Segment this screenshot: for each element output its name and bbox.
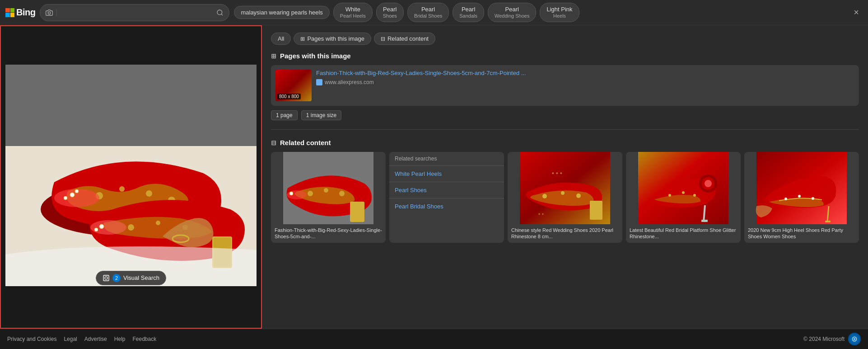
tab-related[interactable]: ⊟ Related content (374, 33, 435, 45)
chip-line2-3: Bridal Shoes (414, 13, 442, 19)
page-card: 800 x 800 Fashion-Thick-with-Big-Red-Sex… (271, 65, 859, 106)
related-section-title: Related content (280, 139, 331, 146)
chip-line2-2: Shoes (383, 13, 397, 19)
search-bar (40, 4, 229, 21)
left-panel: 2 Visual Search (0, 25, 262, 329)
cortana-button[interactable] (848, 333, 861, 345)
chip-pearl-wedding-shoes[interactable]: Pearl Wedding Shoes (488, 3, 536, 22)
svg-point-46 (705, 180, 712, 187)
badge-1-image-size[interactable]: 1 image size (301, 110, 341, 120)
search-sugg-pearl-shoes[interactable]: Pearl Shoes (389, 182, 504, 198)
related-card-4-title: Latest Beautiful Red Bridal Platform Sho… (626, 224, 741, 243)
chip-pearl-shoes[interactable]: Pearl Shoes (376, 3, 404, 22)
microsoft-grid-icon (5, 8, 14, 17)
related-card-1-image (271, 152, 386, 224)
svg-point-57 (812, 197, 814, 200)
related-searches-card: Related searches White Pearl Heels Pearl… (389, 152, 504, 243)
pages-icon: ⊞ (300, 36, 305, 42)
related-card-3-title: Chinese style Red Wedding Shoes 2020 Pea… (508, 224, 622, 243)
page-source: www.aliexpress.com (316, 79, 854, 85)
visual-search-label: Visual Search (123, 274, 159, 281)
svg-point-39 (576, 193, 581, 198)
chip-line1-4: Pearl (462, 6, 475, 13)
related-card-4[interactable]: Latest Beautiful Red Bridal Platform Sho… (626, 152, 741, 243)
chip-line1-3: Pearl (421, 6, 435, 13)
tab-related-label: Related content (387, 35, 429, 42)
chip-line2-6: Heels (553, 13, 566, 19)
bing-logo[interactable]: Bing (5, 7, 35, 18)
svg-point-1 (217, 10, 222, 15)
suggestion-chips: malaysian wearing pearls heels White Pea… (234, 3, 845, 22)
close-button[interactable]: × (850, 5, 863, 19)
footer-link-advertise[interactable]: Advertise (84, 336, 107, 342)
chip-line2-5: Wedding Shoes (495, 13, 529, 19)
visual-search-badge: 2 (112, 274, 121, 282)
svg-point-15 (64, 196, 67, 200)
main-content: 2 Visual Search All ⊞ Pages with this im… (0, 25, 868, 329)
svg-line-2 (222, 14, 223, 15)
related-grid: Fashion-Thick-with-Big-Red-Sexy-Ladies-S… (271, 152, 859, 243)
svg-point-59 (854, 338, 856, 340)
pages-section-title: Pages with this image (280, 52, 351, 60)
pages-section-header: ⊞ Pages with this image (271, 52, 859, 60)
svg-point-38 (561, 191, 565, 195)
related-section-header: ⊟ Related content (271, 139, 859, 146)
related-searches-header: Related searches (389, 152, 504, 166)
chip-line1-6: Light Pink (546, 6, 572, 13)
svg-point-20 (90, 220, 126, 235)
svg-point-24 (94, 228, 98, 231)
related-icon: ⊟ (381, 36, 385, 42)
svg-point-17 (128, 224, 134, 231)
related-section-icon: ⊟ (271, 139, 276, 146)
footer-link-privacy[interactable]: Privacy and Cookies (7, 336, 56, 342)
tab-pages-label: Pages with this image (307, 35, 364, 42)
search-input[interactable] (61, 9, 213, 16)
chip-line2-4: Sandals (459, 13, 477, 19)
page-title[interactable]: Fashion-Thick-with-Big-Red-Sexy-Ladies-S… (316, 70, 854, 76)
svg-point-37 (542, 194, 547, 198)
related-card-1[interactable]: Fashion-Thick-with-Big-Red-Sexy-Ladies-S… (271, 152, 386, 243)
svg-point-31 (339, 191, 345, 196)
search-sugg-pearl-bridal-shoes[interactable]: Pearl Bridal Shoes (389, 198, 504, 214)
tab-pages[interactable]: ⊞ Pages with this image (294, 33, 371, 45)
svg-point-33 (287, 190, 307, 199)
header: Bing malaysian wearing pearls heels Whit… (0, 0, 868, 25)
footer-link-help[interactable]: Help (114, 336, 126, 342)
svg-text:✦ ✦: ✦ ✦ (538, 212, 544, 216)
chip-light-pink-heels[interactable]: Light Pink Heels (540, 3, 579, 22)
svg-point-49 (668, 194, 671, 197)
footer-link-feedback[interactable]: Feedback (132, 336, 156, 342)
svg-rect-32 (350, 202, 364, 222)
chip-white-pearl-heels[interactable]: White Pearl Heels (333, 3, 373, 22)
visual-search-button[interactable]: 2 Visual Search (96, 271, 166, 285)
chip-query[interactable]: malaysian wearing pearls heels (234, 6, 329, 19)
svg-point-29 (308, 191, 313, 196)
footer-link-legal[interactable]: Legal (64, 336, 77, 342)
search-sugg-white-pearl-heels[interactable]: White Pearl Heels (389, 166, 504, 182)
camera-search-button[interactable] (46, 9, 57, 16)
related-card-5-image (744, 152, 859, 224)
svg-rect-4 (5, 65, 257, 155)
svg-rect-54 (825, 221, 831, 222)
chip-line1-2: Pearl (383, 6, 397, 13)
svg-point-16 (75, 189, 79, 193)
related-card-1-title: Fashion-Thick-with-Big-Red-Sexy-Ladies-S… (271, 224, 386, 243)
related-card-5[interactable]: 2020 New 9cm High Heel Shoes Red Party S… (744, 152, 859, 243)
source-favicon (316, 79, 322, 85)
badge-1-page[interactable]: 1 page (271, 110, 298, 120)
svg-point-50 (682, 191, 685, 194)
tab-all[interactable]: All (271, 33, 291, 45)
page-size-badge: 800 x 800 (277, 94, 301, 99)
related-card-3[interactable]: ✦ ✦ ✦ ✦ ✦ Chinese style Red Wedding Shoe… (508, 152, 622, 243)
right-panel: All ⊞ Pages with this image ⊟ Related co… (262, 25, 868, 329)
pages-section-icon: ⊞ (271, 52, 276, 60)
svg-rect-26 (103, 275, 109, 281)
search-submit-button[interactable] (216, 9, 224, 16)
svg-point-51 (693, 194, 696, 197)
chip-pearl-bridal-shoes[interactable]: Pearl Bridal Shoes (407, 3, 449, 22)
svg-point-9 (146, 190, 152, 197)
svg-point-56 (798, 195, 801, 198)
related-card-5-title: 2020 New 9cm High Heel Shoes Red Party S… (744, 224, 859, 243)
chip-pearl-sandals[interactable]: Pearl Sandals (453, 3, 484, 22)
footer-copyright: © 2024 Microsoft (803, 336, 845, 342)
